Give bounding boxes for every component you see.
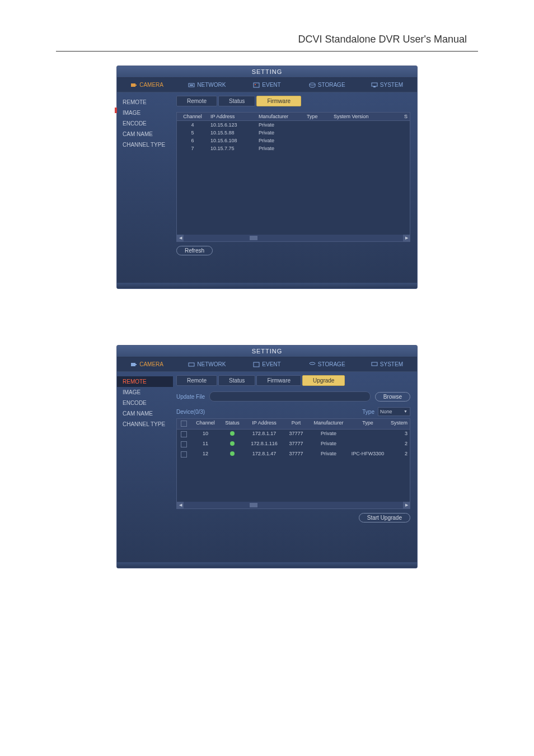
th-checkbox[interactable] xyxy=(177,419,191,429)
scroll-left-icon[interactable]: ◀ xyxy=(177,502,184,508)
nav-label: STORAGE xyxy=(318,82,345,88)
th-type[interactable]: Type xyxy=(305,113,331,120)
th-ip[interactable]: IP Address xyxy=(245,419,283,429)
th-s[interactable]: S xyxy=(399,113,410,120)
h-scrollbar[interactable]: ◀ ▶ xyxy=(177,235,410,241)
nav-label: SYSTEM xyxy=(380,82,403,88)
scroll-thumb[interactable] xyxy=(250,503,257,507)
nav-event[interactable]: EVENT xyxy=(237,78,297,92)
row-checkbox[interactable] xyxy=(181,431,187,437)
sidebar-item-remote[interactable]: REMOTE xyxy=(117,376,173,387)
cell-channel: 12 xyxy=(191,450,219,460)
start-upgrade-button[interactable]: Start Upgrade xyxy=(359,513,410,522)
tab-remote[interactable]: Remote xyxy=(176,375,217,386)
table-row[interactable]: 11 172.8.1.116 37777 Private 2 xyxy=(177,440,410,450)
nav-camera[interactable]: CAMERA xyxy=(117,78,177,92)
row-checkbox[interactable] xyxy=(181,441,187,447)
sidebar: REMOTE IMAGE ENCODE CAM NAME CHANNEL TYP… xyxy=(117,92,173,283)
table-row[interactable]: 7 10.15.7.75 Private xyxy=(177,144,410,152)
th-channel[interactable]: Channel xyxy=(177,113,208,120)
cell-type xyxy=(348,430,387,440)
table-row[interactable]: 6 10.15.6.108 Private xyxy=(177,137,410,144)
th-manufacturer[interactable]: Manufacturer xyxy=(256,113,305,120)
table-row[interactable]: 10 172.8.1.17 37777 Private 3 xyxy=(177,430,410,440)
th-type[interactable]: Type xyxy=(348,419,387,429)
th-status[interactable]: Status xyxy=(219,419,245,429)
cell-channel: 7 xyxy=(177,144,208,152)
nav-label: STORAGE xyxy=(318,361,345,367)
upgrade-table: Channel Status IP Address Port Manufactu… xyxy=(176,418,410,509)
scroll-right-icon[interactable]: ▶ xyxy=(403,502,410,508)
type-select[interactable]: None ▼ xyxy=(378,407,410,416)
scroll-left-icon[interactable]: ◀ xyxy=(177,235,184,241)
network-icon xyxy=(188,82,195,88)
tab-firmware[interactable]: Firmware xyxy=(256,96,301,106)
sidebar-item-camname[interactable]: CAM NAME xyxy=(117,129,173,139)
sidebar-item-channeltype[interactable]: CHANNEL TYPE xyxy=(117,139,173,150)
h-scrollbar[interactable]: ◀ ▶ xyxy=(177,502,410,508)
tab-remote[interactable]: Remote xyxy=(176,96,217,106)
table-row[interactable]: 12 172.8.1.47 37777 Private IPC-HFW3300 … xyxy=(177,450,410,460)
cell-channel: 10 xyxy=(191,430,219,440)
cell-sv xyxy=(331,144,410,152)
system-icon xyxy=(371,82,378,88)
window-footer xyxy=(117,562,417,568)
browse-button[interactable]: Browse xyxy=(375,392,410,402)
sidebar-item-encode[interactable]: ENCODE xyxy=(117,118,173,129)
nav-storage[interactable]: STORAGE xyxy=(297,78,357,92)
nav-event[interactable]: EVENT xyxy=(237,357,297,371)
window-footer xyxy=(117,283,417,288)
th-sysver[interactable]: System Version xyxy=(331,113,399,120)
th-manufacturer[interactable]: Manufacturer xyxy=(309,419,348,429)
tab-status[interactable]: Status xyxy=(218,96,255,106)
nav-storage[interactable]: STORAGE xyxy=(297,357,357,371)
nav-camera[interactable]: CAMERA xyxy=(117,357,177,371)
refresh-button[interactable]: Refresh xyxy=(176,246,213,255)
sidebar-item-remote[interactable]: REMOTE xyxy=(117,97,173,108)
window-title: SETTING xyxy=(117,346,417,357)
tab-firmware[interactable]: Firmware xyxy=(256,375,301,386)
cell-ip: 172.8.1.47 xyxy=(245,450,283,460)
svg-rect-1 xyxy=(135,85,137,86)
cell-ip: 10.15.5.88 xyxy=(208,129,256,137)
tab-status[interactable]: Status xyxy=(218,375,255,386)
nav-label: EVENT xyxy=(262,361,280,367)
th-system[interactable]: System xyxy=(387,419,410,429)
dvr-window-upgrade: SETTING CAMERA NETWORK EVENT xyxy=(116,345,418,568)
svg-rect-7 xyxy=(372,83,377,86)
table-row[interactable]: 4 10.15.6.123 Private xyxy=(177,121,410,129)
sidebar-item-encode[interactable]: ENCODE xyxy=(117,398,173,408)
cell-ip: 172.8.1.17 xyxy=(245,430,283,440)
svg-rect-0 xyxy=(131,83,135,87)
sidebar-item-channeltype[interactable]: CHANNEL TYPE xyxy=(117,419,173,430)
sidebar-item-image[interactable]: IMAGE xyxy=(117,108,173,118)
nav-network[interactable]: NETWORK xyxy=(177,78,237,92)
nav-network[interactable]: NETWORK xyxy=(177,357,237,371)
th-ip[interactable]: IP Address xyxy=(208,113,256,120)
th-port[interactable]: Port xyxy=(283,419,309,429)
cell-channel: 11 xyxy=(191,440,219,450)
scroll-track[interactable] xyxy=(184,502,403,508)
sidebar-item-camname[interactable]: CAM NAME xyxy=(117,408,173,419)
row-checkbox[interactable] xyxy=(181,451,187,458)
cell-port: 37777 xyxy=(283,440,309,450)
nav-system[interactable]: SYSTEM xyxy=(357,357,417,371)
cell-sv xyxy=(331,129,410,137)
scroll-thumb[interactable] xyxy=(250,236,257,240)
tab-upgrade[interactable]: Upgrade xyxy=(302,375,345,386)
update-file-input[interactable] xyxy=(209,391,371,402)
table-row[interactable]: 5 10.15.5.88 Private xyxy=(177,129,410,137)
th-channel[interactable]: Channel xyxy=(191,419,219,429)
cell-manufacturer: Private xyxy=(256,129,305,137)
cell-status xyxy=(219,430,245,440)
sidebar-item-image[interactable]: IMAGE xyxy=(117,387,173,398)
cell-type xyxy=(305,129,331,137)
scroll-track[interactable] xyxy=(184,235,403,241)
svg-rect-10 xyxy=(135,364,137,365)
cell-type xyxy=(348,440,387,450)
cell-ip: 10.15.6.123 xyxy=(208,121,256,129)
nav-label: CAMERA xyxy=(139,361,163,367)
scroll-right-icon[interactable]: ▶ xyxy=(403,235,410,241)
nav-system[interactable]: SYSTEM xyxy=(357,78,417,92)
svg-rect-3 xyxy=(190,85,193,86)
